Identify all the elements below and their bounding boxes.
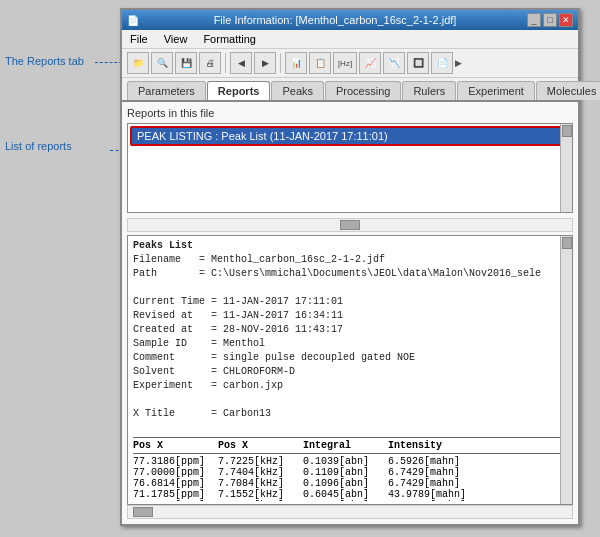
minimize-button[interactable]: _ [527,13,541,27]
window-controls: _ □ ✕ [527,13,573,27]
tab-rulers[interactable]: Rulers [402,81,456,100]
current-time-line: Current Time = 11-JAN-2017 17:11:01 [133,295,567,309]
tab-processing[interactable]: Processing [325,81,401,100]
col-header-posx2: Pos X [218,440,298,451]
row4-col0: 49.8881[ppm] [133,500,213,501]
reports-list-inner: PEAK LISTING : Peak List (11-JAN-2017 17… [130,126,570,206]
path-line: Path = C:\Users\mmichal\Documents\JEOL\d… [133,267,567,281]
toolbar-prev[interactable]: ◀ [230,52,252,74]
blank-1 [133,281,567,295]
toolbar-rect[interactable]: 🔲 [407,52,429,74]
col-header-integral: Integral [303,440,383,451]
row1-col2: 0.1109[abn] [303,467,383,478]
menu-file[interactable]: File [127,32,151,46]
sampleid-line: Sample ID = Menthol [133,337,567,351]
tab-molecules[interactable]: Molecules [536,81,600,100]
row4-col3: 45.0667[mahn] [388,500,468,501]
menu-view[interactable]: View [161,32,191,46]
reports-scrollbar-thumb [562,125,572,137]
row0-col2: 0.1039[abn] [303,456,383,467]
table-header-row: Pos X Pos X Integral Intensity [133,440,567,451]
menubar: File View Formatting [122,30,578,49]
toolbar: 📁 🔍 💾 🖨 ◀ ▶ 📊 📋 [Hz] 📈 📉 🔲 📄 ▶ [122,49,578,78]
data-scrollbar-thumb [562,237,572,249]
tab-parameters[interactable]: Parameters [127,81,206,100]
table-row-4: 49.8881[ppm] 5.0150[kHz] 0.6023[abn] 45.… [133,500,567,501]
titlebar: 📄 File Information: [Menthol_carbon_16sc… [122,10,578,30]
blank-2 [133,393,567,407]
close-button[interactable]: ✕ [559,13,573,27]
data-hscrollbar-thumb [133,507,153,517]
comment-line: Comment = single pulse decoupled gated N… [133,351,567,365]
reports-listbox[interactable]: PEAK LISTING : Peak List (11-JAN-2017 17… [127,123,573,213]
row2-col2: 0.1096[abn] [303,478,383,489]
created-line: Created at = 28-NOV-2016 11:43:17 [133,323,567,337]
tabs-container: Parameters Reports Peaks Processing Rule… [122,78,578,102]
row3-col3: 43.9789[mahn] [388,489,468,500]
row1-col3: 6.7429[mahn] [388,467,468,478]
table-row-2: 76.6814[ppm] 7.7084[kHz] 0.1096[abn] 6.7… [133,478,567,489]
reports-scrollbar-v[interactable] [560,124,572,212]
toolbar-search[interactable]: 🔍 [151,52,173,74]
table-row-3: 71.1785[ppm] 7.1552[kHz] 0.6045[abn] 43.… [133,489,567,500]
row1-col1: 7.7404[kHz] [218,467,298,478]
row2-col0: 76.6814[ppm] [133,478,213,489]
row4-col2: 0.6023[abn] [303,500,383,501]
data-scrollbar-v[interactable] [560,236,572,504]
toolbar-save[interactable]: 💾 [175,52,197,74]
row3-col2: 0.6045[abn] [303,489,383,500]
reports-hscrollbar[interactable] [127,218,573,232]
solvent-line: Solvent = CHLOROFORM-D [133,365,567,379]
experiment-line: Experiment = carbon.jxp [133,379,567,393]
filename-line: Filename = Menthol_carbon_16sc_2-1-2.jdf [133,253,567,267]
reports-section-label: Reports in this file [127,107,573,119]
table-row-0: 77.3186[ppm] 7.7225[kHz] 0.1039[abn] 6.5… [133,456,567,467]
list-of-reports-annotation: List of reports [5,140,72,152]
toolbar-expand[interactable]: ▶ [455,58,462,68]
reports-hscrollbar-thumb [340,220,360,230]
toolbar-chart[interactable]: 📊 [285,52,307,74]
menu-formatting[interactable]: Formatting [200,32,259,46]
row1-col0: 77.0000[ppm] [133,467,213,478]
blank-3 [133,421,567,435]
report-item-0[interactable]: PEAK LISTING : Peak List (11-JAN-2017 17… [130,126,570,146]
row4-col1: 5.0150[kHz] [218,500,298,501]
col-header-intensity: Intensity [388,440,468,451]
xtitle-line: X Title = Carbon13 [133,407,567,421]
peaks-list-header: Peaks List [133,239,567,253]
tab-peaks[interactable]: Peaks [271,81,324,100]
content-area: Reports in this file PEAK LISTING : Peak… [122,102,578,524]
row2-col3: 6.7429[mahn] [388,478,468,489]
row0-col3: 6.5926[mahn] [388,456,468,467]
tab-experiment[interactable]: Experiment [457,81,535,100]
table-row-1: 77.0000[ppm] 7.7404[kHz] 0.1109[abn] 6.7… [133,467,567,478]
toolbar-clipboard[interactable]: 📋 [309,52,331,74]
row3-col0: 71.1785[ppm] [133,489,213,500]
toolbar-sep1 [225,53,226,73]
toolbar-doc[interactable]: 📄 [431,52,453,74]
row3-col1: 7.1552[kHz] [218,489,298,500]
toolbar-hz[interactable]: [Hz] [333,52,357,74]
toolbar-sep2 [280,53,281,73]
data-hscrollbar[interactable] [127,505,573,519]
revised-line: Revised at = 11-JAN-2017 16:34:11 [133,309,567,323]
data-content: Peaks List Filename = Menthol_carbon_16s… [133,239,567,501]
table-separator-top [133,437,567,438]
toolbar-print[interactable]: 🖨 [199,52,221,74]
toolbar-graph2[interactable]: 📉 [383,52,405,74]
toolbar-next[interactable]: ▶ [254,52,276,74]
window-title: File Information: [Menthol_carbon_16sc_2… [214,14,457,26]
reports-tab-annotation: The Reports tab [5,55,84,67]
data-area: Peaks List Filename = Menthol_carbon_16s… [127,235,573,505]
row0-col1: 7.7225[kHz] [218,456,298,467]
toolbar-open[interactable]: 📁 [127,52,149,74]
main-window: 📄 File Information: [Menthol_carbon_16sc… [120,8,580,526]
col-header-posx1: Pos X [133,440,213,451]
row0-col0: 77.3186[ppm] [133,456,213,467]
row2-col1: 7.7084[kHz] [218,478,298,489]
maximize-button[interactable]: □ [543,13,557,27]
toolbar-graph1[interactable]: 📈 [359,52,381,74]
table-separator-mid [133,453,567,454]
tab-reports[interactable]: Reports [207,81,271,100]
